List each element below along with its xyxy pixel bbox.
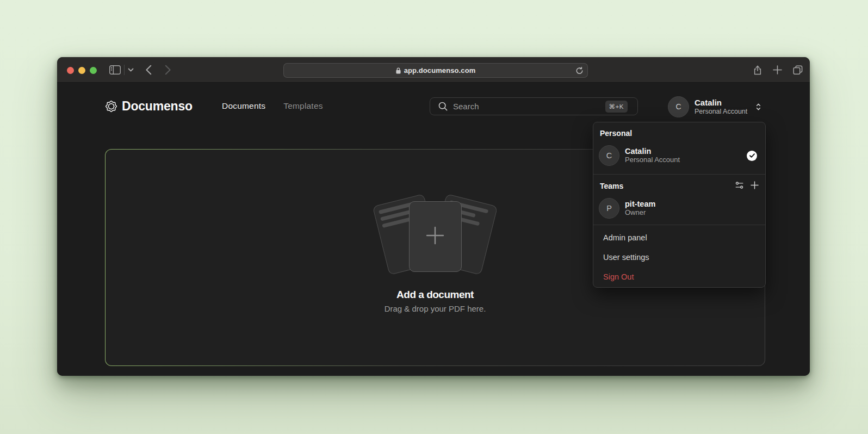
toolbar-separator [124,65,125,75]
selected-check-icon [747,151,757,161]
dropzone-subtitle: Drag & drop your PDF here. [106,304,765,313]
user-name: Catalin [695,98,752,107]
browser-toolbar: app.documenso.com [57,57,810,83]
documenso-logo-icon [105,100,117,113]
main-nav: Documents Templates [222,95,323,117]
add-team-icon[interactable] [751,181,759,191]
account-dropdown-menu: Personal C Catalin Personal Account Team… [593,122,766,288]
account-menu-trigger[interactable]: C Catalin Personal Account [668,96,761,117]
menu-team-item[interactable]: P pit-team Owner [599,198,760,219]
plus-icon [773,65,782,75]
menu-item-sign-out[interactable]: Sign Out [603,272,634,281]
user-subtitle: Personal Account [695,107,752,116]
illustration-card-center [409,201,462,272]
browser-window: app.documenso.com [57,57,810,376]
menu-item-user-settings[interactable]: User settings [603,253,649,262]
menu-account-name: Catalin [625,147,747,156]
add-document-plus-icon [426,226,444,247]
lock-icon [396,67,401,74]
reload-button[interactable] [576,67,583,75]
address-bar[interactable]: app.documenso.com [283,63,588,78]
menu-team-avatar: P [599,198,619,219]
menu-personal-account-item[interactable]: C Catalin Personal Account [599,145,760,166]
back-icon [145,65,152,75]
tab-overview-icon [793,65,803,75]
minimize-button[interactable] [78,67,85,74]
zoom-button[interactable] [90,67,97,74]
menu-teams-label: Teams [600,182,623,190]
forward-icon [165,65,171,75]
forward-button[interactable] [164,57,172,83]
user-avatar: C [668,96,689,117]
search-placeholder: Search [453,102,605,111]
new-tab-button[interactable] [772,57,783,83]
share-icon [753,65,762,75]
menu-account-subtitle: Personal Account [625,156,747,164]
sidebar-icon [109,65,121,75]
nav-templates[interactable]: Templates [283,95,323,117]
dropzone-title: Add a document [106,289,765,301]
menu-account-avatar: C [599,145,619,166]
documenso-app: Documenso Documents Templates Search ⌘+K… [57,83,810,376]
brand-wordmark: Documenso [122,99,193,114]
brand[interactable]: Documenso [105,99,193,114]
menu-team-subtitle: Owner [625,208,760,217]
chevrons-up-down-icon [755,103,761,110]
chevron-down-icon [128,68,134,72]
search-input[interactable]: Search ⌘+K [430,97,638,115]
menu-personal-label: Personal [600,129,632,138]
menu-team-name: pit-team [625,200,760,208]
nav-documents[interactable]: Documents [222,95,265,117]
sidebar-toggle-button[interactable] [108,57,121,83]
menu-teams-actions [735,181,759,191]
share-button[interactable] [752,57,763,83]
manage-teams-icon[interactable] [735,181,743,191]
menu-divider [593,174,765,175]
search-icon [438,102,448,111]
menu-item-admin-panel[interactable]: Admin panel [603,233,647,242]
tab-overview-button[interactable] [792,57,803,83]
search-shortcut-badge: ⌘+K [605,101,628,113]
tab-group-chevron-button[interactable] [127,57,134,83]
menu-divider [593,225,765,225]
url-text: app.documenso.com [404,66,476,75]
back-button[interactable] [144,57,153,83]
close-button[interactable] [67,67,74,74]
